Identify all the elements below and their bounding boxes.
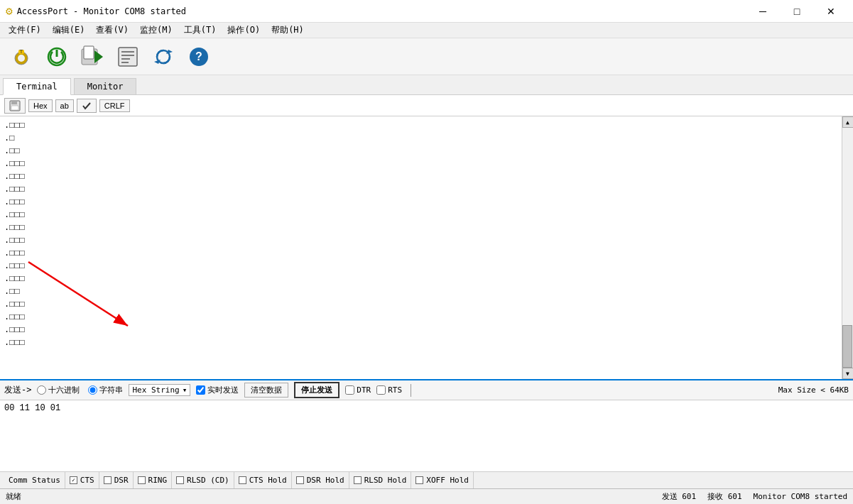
menu-view[interactable]: 查看(V) — [90, 23, 134, 38]
cts-hold-section: CTS Hold — [234, 472, 292, 488]
app-icon: ⚙ — [6, 4, 13, 18]
send-bar: 发送-> 十六进制 字符串 Hex String ▾ 实时发送 清空数据 停止发… — [0, 380, 853, 400]
input-content: 00 11 10 01 — [4, 403, 849, 469]
ring-label: RING — [148, 476, 168, 485]
output-content[interactable]: .□□□ .□ .□□ .□□□ .□□□ .□□□ .□□□ .□□□ .□□… — [0, 116, 842, 379]
dsr-hold-checkbox — [296, 476, 304, 484]
svg-text:T: T — [20, 48, 23, 55]
cts-label: CTS — [80, 476, 94, 485]
crlf-button[interactable]: CRLF — [99, 99, 130, 112]
cts-hold-checkbox — [239, 476, 246, 484]
input-area[interactable]: 00 11 10 01 — [0, 400, 853, 471]
comm-status-bar: Comm Status ✓ CTS DSR RING RLSD (CD) CTS… — [0, 471, 853, 488]
settings-button[interactable]: T — [6, 41, 37, 72]
menu-edit[interactable]: 编辑(E) — [47, 23, 91, 38]
tab-terminal[interactable]: Terminal — [3, 78, 71, 95]
send-label: 发送-> — [4, 384, 31, 396]
dsr-hold-section: DSR Hold — [292, 472, 349, 488]
output-line: .□□ — [4, 285, 837, 298]
scroll-down-button[interactable]: ▼ — [842, 368, 854, 379]
ascii-button[interactable]: ab — [55, 99, 74, 112]
menu-operations[interactable]: 操作(O) — [222, 23, 266, 38]
realtime-checkbox[interactable]: 实时发送 — [196, 385, 239, 395]
menu-tools[interactable]: 工具(T) — [178, 23, 222, 38]
menu-monitor[interactable]: 监控(M) — [134, 23, 178, 38]
output-line: .□□□ — [4, 170, 837, 183]
title-bar: ⚙ AccessPort - Monitor COM8 started ─ □ … — [0, 0, 853, 23]
power-button[interactable] — [41, 41, 72, 72]
ready-label: 就绪 — [6, 491, 21, 502]
output-line: .□□□ — [4, 298, 837, 311]
dsr-section: DSR — [99, 472, 134, 488]
dtr-checkbox[interactable]: DTR — [345, 385, 371, 395]
toolbar: T — [0, 38, 853, 75]
output-scrollbar[interactable]: ▲ ▼ — [842, 116, 853, 379]
comm-status-label-section: Comm Status — [4, 472, 65, 488]
rlsd-section: RLSD (CD) — [172, 472, 234, 488]
rlsd-label: RLSD (CD) — [187, 476, 229, 485]
output-line: .□□□ — [4, 336, 837, 349]
input-value: 00 11 10 01 — [4, 403, 60, 413]
output-line: .□□□ — [4, 196, 837, 209]
help-button[interactable]: ? — [183, 41, 214, 72]
max-size-label: Max Size < 64KB — [778, 385, 849, 395]
send-file-button[interactable] — [77, 41, 108, 72]
send-dropdown[interactable]: Hex String ▾ — [129, 384, 190, 396]
send-count-label: 发送 601 — [662, 491, 697, 502]
check-button[interactable] — [77, 99, 97, 113]
output-line: .□□□ — [4, 183, 837, 196]
svg-point-1 — [18, 55, 25, 62]
rlsd-hold-checkbox — [354, 476, 362, 484]
menu-file[interactable]: 文件(F) — [3, 23, 47, 38]
title-controls: ─ □ ✕ — [746, 0, 847, 23]
separator — [411, 384, 411, 397]
output-line: .□□□ — [4, 119, 837, 132]
tabs: Terminal Monitor — [0, 75, 853, 95]
output-line: .□□ — [4, 145, 837, 158]
minimize-button[interactable]: ─ — [746, 0, 779, 23]
status-ready: 就绪 — [6, 491, 662, 502]
final-status-bar: 就绪 发送 601 接收 601 Monitor COM8 started — [0, 488, 853, 504]
xoff-hold-label: XOFF Hold — [426, 476, 469, 485]
comm-status-label: Comm Status — [9, 476, 60, 485]
xoff-hold-checkbox — [415, 476, 423, 484]
maximize-button[interactable]: □ — [781, 0, 813, 23]
hex-button[interactable]: Hex — [28, 99, 53, 112]
cts-checkbox: ✓ — [70, 476, 77, 484]
close-button[interactable]: ✕ — [815, 0, 847, 23]
output-area: .□□□ .□ .□□ .□□□ .□□□ .□□□ .□□□ .□□□ .□□… — [0, 116, 853, 380]
radio-group: 十六进制 字符串 — [37, 385, 123, 395]
radio-string[interactable]: 字符串 — [88, 385, 123, 395]
scroll-thumb[interactable] — [842, 325, 852, 368]
output-line: .□□□ — [4, 221, 837, 234]
menu-help[interactable]: 帮助(H) — [266, 23, 310, 38]
window-title: AccessPort - Monitor COM8 started — [17, 6, 186, 16]
status-counts: 发送 601 接收 601 Monitor COM8 started — [662, 491, 847, 502]
monitor-status-label: Monitor COM8 started — [754, 492, 847, 501]
clear-data-button[interactable]: 清空数据 — [244, 383, 288, 398]
rts-checkbox[interactable]: RTS — [376, 385, 402, 395]
output-line: .□□□ — [4, 247, 837, 260]
rlsd-hold-section: RLSD Hold — [349, 472, 412, 488]
refresh-button[interactable] — [148, 41, 179, 72]
dsr-label: DSR — [114, 476, 129, 485]
sub-toolbar: Hex ab CRLF — [0, 95, 853, 116]
dsr-checkbox — [104, 476, 112, 484]
title-left: ⚙ AccessPort - Monitor COM8 started — [6, 4, 186, 18]
output-line: .□□□ — [4, 234, 837, 247]
scroll-up-button[interactable]: ▲ — [842, 116, 854, 128]
output-line: .□□□ — [4, 158, 837, 170]
scroll-track[interactable] — [842, 128, 853, 368]
tab-monitor[interactable]: Monitor — [74, 78, 137, 94]
stop-send-button[interactable]: 停止发送 — [294, 382, 339, 398]
rlsd-checkbox — [176, 476, 184, 484]
monitor-button[interactable] — [112, 41, 143, 72]
svg-rect-7 — [84, 46, 94, 59]
menu-bar: 文件(F) 编辑(E) 查看(V) 监控(M) 工具(T) 操作(O) 帮助(H… — [0, 23, 853, 38]
svg-rect-20 — [11, 106, 18, 110]
output-line: .□□□ — [4, 209, 837, 221]
output-line: .□□□ — [4, 324, 837, 336]
cts-hold-label: CTS Hold — [249, 476, 287, 485]
save-button[interactable] — [4, 98, 26, 114]
radio-hex[interactable]: 十六进制 — [37, 385, 80, 395]
